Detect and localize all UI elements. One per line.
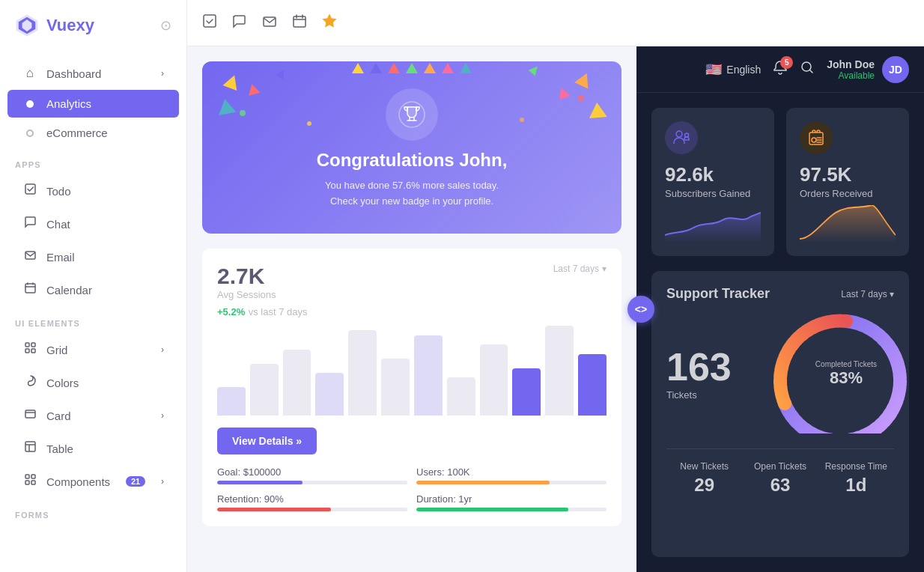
sidebar-item-calendar[interactable]: Calendar — [7, 274, 179, 305]
goals-section: Goal: $100000 Users: 100K Retention: 90% — [217, 466, 607, 511]
right-main-content: 92.6k Subscribers Gained — [636, 93, 924, 572]
open-tickets-stat: Open Tickets 63 — [742, 461, 818, 496]
toolbar — [187, 0, 924, 46]
svg-rect-8 — [25, 349, 29, 353]
sidebar-item-table-label: Table — [46, 442, 73, 455]
circle-icon — [22, 100, 37, 108]
sessions-change-row: +5.2% vs last 7 days — [217, 305, 307, 318]
sessions-dropdown[interactable]: Last 7 days ▾ — [553, 264, 607, 274]
sidebar-item-analytics[interactable]: Analytics — [7, 90, 179, 118]
sessions-value: 2.7K — [217, 264, 307, 289]
language-selector[interactable]: 🇺🇸 English — [705, 61, 761, 78]
support-period-selector[interactable]: Last 7 days ▾ — [841, 289, 894, 299]
orders-mini-chart — [800, 205, 896, 243]
sessions-header: 2.7K Avg Sessions +5.2% vs last 7 days L… — [217, 264, 607, 318]
user-menu[interactable]: John Doe Available JD — [827, 56, 909, 83]
chevron-right-icon: › — [161, 344, 164, 355]
support-main-area: 163 Tickets — [666, 314, 894, 433]
email-icon — [22, 249, 37, 265]
email-toolbar-icon[interactable] — [262, 13, 277, 32]
goal-item-0: Goal: $100000 — [217, 466, 407, 484]
bar-item — [578, 354, 607, 416]
svg-rect-6 — [25, 343, 29, 347]
dark-stats-row: 92.6k Subscribers Gained — [651, 108, 909, 256]
vuexy-logo-icon — [15, 13, 39, 37]
sidebar-item-components[interactable]: Components 21 › — [7, 466, 179, 497]
trophy-icon — [386, 88, 438, 141]
subscribers-value: 92.6k — [665, 163, 761, 186]
bar-item — [348, 330, 377, 416]
svg-rect-17 — [264, 17, 276, 26]
congratulations-card: Congratulations John, You have done 57.6… — [202, 61, 621, 234]
svg-rect-9 — [31, 349, 35, 353]
circle-outline-icon — [22, 130, 37, 137]
sidebar-item-ecommerce[interactable]: eCommerce — [7, 119, 179, 147]
open-tickets-label: Open Tickets — [742, 461, 818, 472]
chevron-down-icon: › — [161, 68, 164, 79]
right-panel: 🇺🇸 English 5 John Doe Available J — [636, 46, 924, 572]
notifications-button[interactable]: 5 — [773, 60, 788, 79]
forms-section-label: FORMS — [0, 499, 186, 524]
sidebar-item-todo[interactable]: Todo — [7, 175, 179, 207]
view-details-button[interactable]: View Details » — [217, 428, 317, 454]
gear-icon[interactable]: ⊙ — [160, 17, 171, 34]
sidebar-item-chat[interactable]: Chat — [7, 208, 179, 240]
avatar: JD — [882, 56, 909, 83]
card-icon — [22, 407, 37, 424]
table-icon — [22, 440, 37, 457]
bar-item — [545, 326, 574, 416]
goal-bar-bg-1 — [416, 481, 607, 484]
goal-item-3: Duration: 1yr — [416, 493, 607, 511]
user-info: John Doe Available — [827, 58, 875, 81]
sidebar-item-analytics-label: Analytics — [46, 97, 91, 110]
panel-toggle-button[interactable]: <> — [627, 296, 654, 323]
sidebar-item-table[interactable]: Table — [7, 433, 179, 464]
components-icon — [22, 473, 37, 490]
support-tracker-header: Support Tracker Last 7 days ▾ — [666, 286, 894, 302]
subscribers-icon-wrap — [665, 121, 698, 154]
chat-toolbar-icon[interactable] — [232, 13, 247, 32]
language-label: English — [726, 64, 761, 76]
logo-text: Vuexy — [46, 16, 94, 35]
orders-card: 97.5K Orders Received — [786, 108, 909, 256]
svg-rect-5 — [25, 284, 35, 293]
goal-bar-fill-1 — [416, 481, 550, 484]
bar-item — [447, 377, 475, 416]
right-topbar: 🇺🇸 English 5 John Doe Available J — [636, 46, 924, 93]
svg-rect-13 — [31, 475, 35, 478]
goal-bar-fill-3 — [416, 508, 568, 511]
calendar-toolbar-icon[interactable] — [292, 13, 307, 32]
components-badge: 21 — [126, 476, 145, 487]
response-time-stat: Response Time 1d — [818, 461, 894, 496]
todo-icon — [22, 183, 37, 199]
support-ticket-number: 163 — [666, 347, 756, 386]
todo-toolbar-icon[interactable] — [202, 13, 217, 32]
sidebar-item-todo-label: Todo — [46, 185, 71, 198]
sidebar-item-dashboard[interactable]: ⌂ Dashboard › — [7, 58, 179, 88]
bar-item — [512, 368, 541, 416]
bar-item — [217, 387, 246, 416]
search-button[interactable] — [800, 60, 815, 79]
sessions-label: Avg Sessions — [217, 289, 307, 300]
sidebar-item-email[interactable]: Email — [7, 241, 179, 273]
sidebar-item-card[interactable]: Card › — [7, 400, 179, 431]
sessions-period: vs last 7 days — [249, 306, 308, 317]
flag-icon: 🇺🇸 — [705, 61, 722, 78]
bar-item — [414, 335, 443, 416]
orders-icon-wrap — [800, 121, 833, 154]
sidebar-navigation: ⌂ Dashboard › Analytics eCommerce APPS T… — [0, 51, 186, 530]
sidebar-item-colors[interactable]: Colors — [7, 367, 179, 398]
svg-rect-3 — [25, 184, 35, 194]
congratulations-title: Congratulations John, — [317, 150, 508, 171]
bar-item — [480, 344, 508, 416]
content-area: Congratulations John, You have done 57.6… — [187, 46, 924, 572]
donut-value: 83% — [815, 368, 877, 388]
sidebar-item-colors-label: Colors — [46, 377, 79, 389]
sessions-info: 2.7K Avg Sessions +5.2% vs last 7 days — [217, 264, 307, 318]
bar-item — [250, 364, 279, 416]
goal-bar-fill-2 — [217, 508, 331, 511]
sessions-card: 2.7K Avg Sessions +5.2% vs last 7 days L… — [202, 249, 621, 526]
sidebar-item-grid[interactable]: Grid › — [7, 334, 179, 365]
star-toolbar-icon[interactable] — [322, 13, 337, 32]
orders-label: Orders Received — [800, 188, 896, 199]
